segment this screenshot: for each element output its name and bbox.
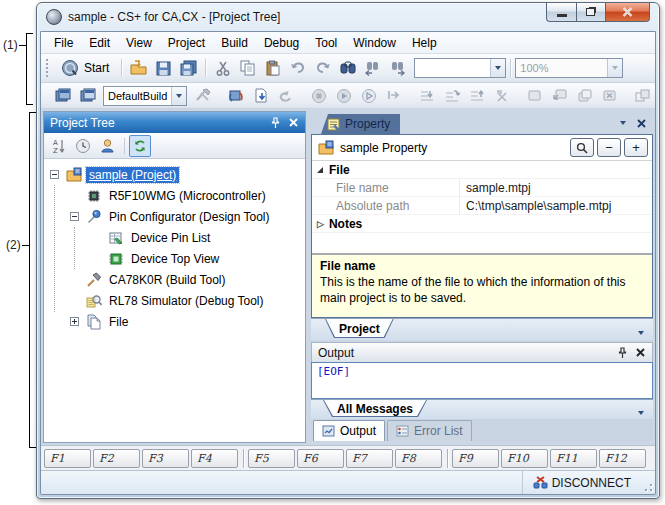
collapse-icon[interactable] <box>50 170 59 179</box>
find-combobox[interactable] <box>414 58 506 78</box>
property-value[interactable]: C:\tmp\sample\sample.mtpj <box>460 197 652 214</box>
output-bottom-tabs: Output Error List <box>311 419 653 441</box>
restore-button[interactable] <box>576 3 606 22</box>
tree-item-debug-tool[interactable]: RL78 Simulator (Debug Tool) <box>44 290 305 311</box>
menu-file[interactable]: File <box>46 33 81 53</box>
tree-item-label[interactable]: RL78 Simulator (Debug Tool) <box>106 293 267 309</box>
property-value[interactable]: sample.mtpj <box>460 179 652 196</box>
fkey-f11[interactable]: F11 <box>550 449 597 468</box>
find-previous-button[interactable] <box>361 57 384 80</box>
close-output-button[interactable] <box>632 345 648 361</box>
collapse-all-button[interactable]: − <box>597 138 621 157</box>
fkey-f1[interactable]: F1 <box>44 449 91 468</box>
expand-all-button[interactable]: + <box>624 138 648 157</box>
tree-item-label[interactable]: CA78K0R (Build Tool) <box>106 272 229 288</box>
pin-button[interactable] <box>614 345 630 361</box>
find-button[interactable] <box>336 57 359 80</box>
tree-item-device-top-view[interactable]: Device Top View <box>44 248 305 269</box>
redo-button[interactable] <box>311 57 334 80</box>
start-button[interactable]: Start <box>54 56 116 80</box>
tab-project[interactable]: Project <box>325 319 394 338</box>
category-file[interactable]: File <box>312 161 652 179</box>
tree-item-label[interactable]: Pin Configurator (Design Tool) <box>106 209 273 225</box>
find-combobox-value[interactable] <box>415 59 490 77</box>
toolbar-separator <box>124 138 125 154</box>
refresh-button[interactable] <box>129 135 151 157</box>
tree-item-file[interactable]: File <box>44 311 305 332</box>
build-mode-value[interactable]: DefaultBuild <box>104 87 171 105</box>
build-mode-dropdown[interactable] <box>171 87 186 105</box>
fkey-f12[interactable]: F12 <box>599 449 646 468</box>
fkey-f10[interactable]: F10 <box>501 449 548 468</box>
menu-debug[interactable]: Debug <box>256 33 307 53</box>
tree-item-label[interactable]: File <box>106 314 131 330</box>
tree-item-device-pin-list[interactable]: Device Pin List <box>44 227 305 248</box>
property-row-file-name[interactable]: File name sample.mtpj <box>312 179 652 197</box>
menu-tool[interactable]: Tool <box>307 33 345 53</box>
tab-list-button[interactable] <box>633 405 649 421</box>
fkey-f3[interactable]: F3 <box>142 449 189 468</box>
user-filter-button[interactable] <box>96 135 118 157</box>
tab-error-list[interactable]: Error List <box>387 420 472 441</box>
fkey-f7[interactable]: F7 <box>346 449 393 468</box>
tree-item-label[interactable]: Device Pin List <box>128 230 213 246</box>
output-header[interactable]: Output <box>311 342 653 362</box>
tree-item-label[interactable]: Device Top View <box>128 251 222 267</box>
close-panel-button[interactable] <box>285 115 301 131</box>
pin-button[interactable] <box>267 115 283 131</box>
fkey-f8[interactable]: F8 <box>395 449 442 468</box>
sort-time-button[interactable] <box>72 135 94 157</box>
menu-build[interactable]: Build <box>213 33 256 53</box>
close-property-button[interactable] <box>633 115 649 131</box>
tree-item-pin-configurator[interactable]: Pin Configurator (Design Tool) <box>44 206 305 227</box>
panel-menu-button[interactable] <box>615 115 631 131</box>
resize-grip[interactable] <box>641 471 655 494</box>
close-button[interactable] <box>606 3 650 22</box>
category-notes[interactable]: ▷ Notes <box>312 215 652 233</box>
show-project-tree-button[interactable] <box>51 84 74 107</box>
menu-edit[interactable]: Edit <box>81 33 118 53</box>
fkey-f4[interactable]: F4 <box>191 449 238 468</box>
paste-button[interactable] <box>261 57 284 80</box>
save-all-button[interactable] <box>177 57 200 80</box>
tab-list-button[interactable] <box>633 325 649 341</box>
copy-button[interactable] <box>236 57 259 80</box>
title-bar[interactable]: sample - CS+ for CA,CX - [Project Tree] <box>37 3 659 31</box>
property-row-absolute-path[interactable]: Absolute path C:\tmp\sample\sample.mtpj <box>312 197 652 215</box>
fkey-f6[interactable]: F6 <box>297 449 344 468</box>
tab-all-messages[interactable]: All Messages <box>323 400 427 417</box>
save-project-button[interactable] <box>152 57 175 80</box>
expand-icon[interactable] <box>70 317 79 326</box>
menu-window[interactable]: Window <box>345 33 404 53</box>
collapse-icon[interactable] <box>70 212 79 221</box>
fkey-f5[interactable]: F5 <box>248 449 295 468</box>
menu-project[interactable]: Project <box>160 33 213 53</box>
menu-view[interactable]: View <box>118 33 160 53</box>
fkey-f2[interactable]: F2 <box>93 449 140 468</box>
search-button[interactable] <box>570 138 594 157</box>
output-console[interactable]: [EOF] <box>311 362 653 399</box>
find-next-button[interactable] <box>386 57 409 80</box>
show-property-button[interactable] <box>76 84 99 107</box>
find-combobox-dropdown[interactable] <box>490 59 505 77</box>
download-button[interactable] <box>249 84 272 107</box>
sort-button[interactable]: A Z <box>48 135 70 157</box>
tree-item-microcontroller[interactable]: R5F10WMG (Microcontroller) <box>44 185 305 206</box>
cut-button[interactable] <box>211 57 234 80</box>
build-project-button[interactable] <box>224 84 247 107</box>
tree-item-label[interactable]: sample (Project) <box>86 167 179 183</box>
toolbar-grip[interactable] <box>46 59 49 77</box>
tree-item-sample-project[interactable]: sample (Project) <box>44 164 305 185</box>
restart-button <box>382 84 405 107</box>
tab-output[interactable]: Output <box>313 420 385 441</box>
fkey-f9[interactable]: F9 <box>452 449 499 468</box>
menu-help[interactable]: Help <box>404 33 445 53</box>
build-mode-combobox[interactable]: DefaultBuild <box>103 86 187 106</box>
tree-item-label[interactable]: R5F10WMG (Microcontroller) <box>106 188 269 204</box>
open-project-button[interactable] <box>127 57 150 80</box>
undo-button[interactable] <box>286 57 309 80</box>
tree-item-build-tool[interactable]: CA78K0R (Build Tool) <box>44 269 305 290</box>
tab-property[interactable]: Property <box>321 114 400 134</box>
project-tree-header[interactable]: Project Tree <box>44 112 305 133</box>
minimize-button[interactable] <box>546 3 576 22</box>
